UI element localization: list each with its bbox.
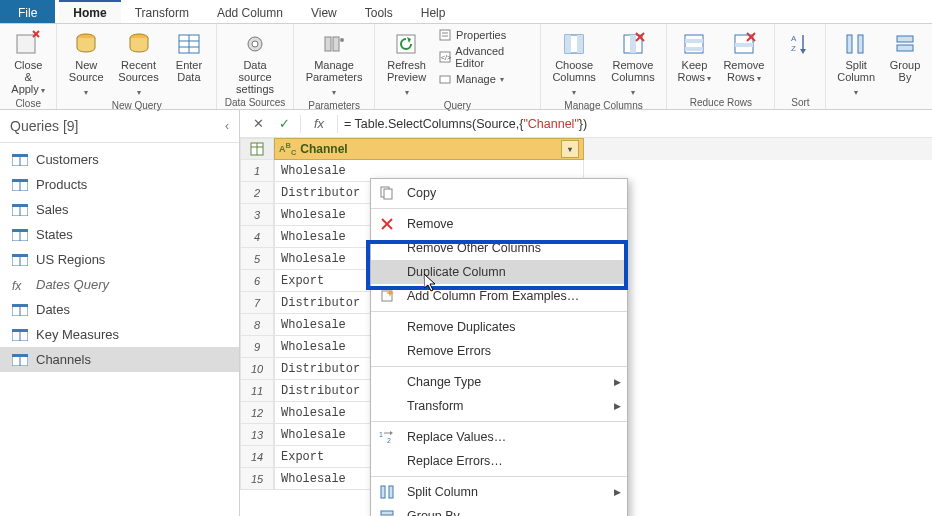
- remove-columns-button[interactable]: Remove Columns: [606, 27, 661, 99]
- context-item-add-from-examples[interactable]: Add Column From Examples…: [371, 284, 627, 308]
- svg-text:A: A: [791, 34, 797, 43]
- context-item-remove[interactable]: Remove: [371, 212, 627, 236]
- advanced-editor-icon: </>: [438, 50, 451, 64]
- remove-rows-button[interactable]: Remove Rows: [719, 27, 768, 85]
- context-item-transform[interactable]: Transform▶: [371, 394, 627, 418]
- split-column-button[interactable]: Split Column: [832, 27, 880, 99]
- data-source-settings-button[interactable]: Data source settings: [223, 27, 287, 95]
- row-number[interactable]: 9: [240, 336, 274, 358]
- collapse-sidebar-button[interactable]: ‹: [225, 119, 229, 133]
- table-icon: [12, 254, 28, 266]
- row-number[interactable]: 13: [240, 424, 274, 446]
- context-item-change-type[interactable]: Change Type▶: [371, 370, 627, 394]
- table-icon: [12, 179, 28, 191]
- ribbon-group-new-query: New SourceRecent SourcesEnter Data New Q…: [57, 24, 217, 109]
- context-item-remove-errors[interactable]: Remove Errors: [371, 339, 627, 363]
- sort-az-button[interactable]: AZ: [781, 27, 819, 59]
- context-item-remove-other[interactable]: Remove Other Columns: [371, 236, 627, 260]
- queries-header: Queries [9] ‹: [0, 110, 239, 143]
- manage-parameters-button[interactable]: Manage Parameters: [300, 27, 368, 99]
- menu-tab-file[interactable]: File: [0, 0, 55, 23]
- advanced-editor-label: Advanced Editor: [455, 45, 531, 69]
- row-number[interactable]: 14: [240, 446, 274, 468]
- enter-data-button[interactable]: Enter Data: [168, 27, 210, 83]
- row-number[interactable]: 10: [240, 358, 274, 380]
- fx-icon[interactable]: fx: [307, 116, 331, 131]
- sidebar-item-dates[interactable]: Dates: [0, 297, 239, 322]
- ribbon-group-label-data-sources: Data Sources: [225, 96, 286, 108]
- sidebar-item-us-regions[interactable]: US Regions: [0, 247, 239, 272]
- menu-tab-view[interactable]: View: [297, 0, 351, 23]
- group-by-button[interactable]: Group By: [884, 27, 926, 83]
- context-item-replace-values[interactable]: 12Replace Values…: [371, 425, 627, 449]
- row-number[interactable]: 3: [240, 204, 274, 226]
- menu-tab-transform[interactable]: Transform: [121, 0, 203, 23]
- sidebar-item-key-measures[interactable]: Key Measures: [0, 322, 239, 347]
- sidebar-item-label: Dates: [36, 302, 70, 317]
- row-number[interactable]: 11: [240, 380, 274, 402]
- ribbon-group-sort: AZ Sort: [775, 24, 826, 109]
- context-item-label: Transform: [407, 399, 604, 413]
- sidebar-item-sales[interactable]: Sales: [0, 197, 239, 222]
- row-number[interactable]: 5: [240, 248, 274, 270]
- formula-input[interactable]: = Table.SelectColumns(Source,{"Channel"}…: [344, 116, 924, 131]
- refresh-icon: [392, 29, 422, 59]
- sidebar-item-channels[interactable]: Channels: [0, 347, 239, 372]
- blank-icon: [377, 319, 397, 335]
- formula-accept-button[interactable]: ✓: [274, 114, 294, 134]
- advanced-editor-button[interactable]: </>Advanced Editor: [436, 44, 534, 70]
- svg-rect-31: [685, 47, 703, 51]
- menu-tab-home[interactable]: Home: [59, 0, 120, 23]
- row-number[interactable]: 1: [240, 160, 274, 182]
- remove-rows-label: Remove Rows: [723, 59, 764, 85]
- svg-rect-26: [630, 35, 636, 53]
- row-number[interactable]: 7: [240, 292, 274, 314]
- row-number[interactable]: 15: [240, 468, 274, 490]
- close-apply-icon: [13, 29, 43, 59]
- properties-button[interactable]: Properties: [436, 27, 534, 43]
- refresh-preview-button[interactable]: Refresh Preview: [381, 27, 432, 99]
- keep-rows-button[interactable]: Keep Rows: [673, 27, 715, 85]
- sidebar-item-label: Products: [36, 177, 87, 192]
- formula-cancel-button[interactable]: ✕: [248, 114, 268, 134]
- grid-corner-button[interactable]: [240, 138, 274, 160]
- sidebar-item-states[interactable]: States: [0, 222, 239, 247]
- context-separator: [371, 476, 627, 477]
- svg-text:1: 1: [379, 431, 383, 438]
- context-item-group-by[interactable]: Group By…: [371, 504, 627, 516]
- row-number[interactable]: 8: [240, 314, 274, 336]
- column-filter-button[interactable]: ▾: [561, 140, 579, 158]
- context-item-label: Remove Other Columns: [407, 241, 621, 255]
- row-number[interactable]: 4: [240, 226, 274, 248]
- context-item-copy[interactable]: Copy: [371, 181, 627, 205]
- svg-text:</>: </>: [441, 54, 451, 61]
- close-apply-button[interactable]: Close & Apply: [6, 27, 50, 97]
- context-item-split-column[interactable]: Split Column▶: [371, 480, 627, 504]
- recent-sources-button[interactable]: Recent Sources: [113, 27, 164, 99]
- refresh-preview-label: Refresh Preview: [385, 59, 428, 99]
- blank-icon: [377, 453, 397, 469]
- row-number[interactable]: 12: [240, 402, 274, 424]
- remove-columns-icon: [618, 29, 648, 59]
- sidebar-item-dates-query[interactable]: fxDates Query: [0, 272, 239, 297]
- context-item-label: Add Column From Examples…: [407, 289, 621, 303]
- manage-button[interactable]: Manage: [436, 71, 534, 87]
- column-header-channel[interactable]: ABC Channel ▾: [274, 138, 584, 160]
- context-item-label: Change Type: [407, 375, 604, 389]
- row-number[interactable]: 2: [240, 182, 274, 204]
- svg-rect-24: [577, 35, 583, 53]
- choose-columns-button[interactable]: Choose Columns: [547, 27, 602, 99]
- table-icon: [12, 204, 28, 216]
- context-item-duplicate[interactable]: Duplicate Column: [371, 260, 627, 284]
- row-number[interactable]: 6: [240, 270, 274, 292]
- new-source-button[interactable]: New Source: [63, 27, 109, 99]
- sidebar-item-customers[interactable]: Customers: [0, 147, 239, 172]
- menu-tab-tools[interactable]: Tools: [351, 0, 407, 23]
- fx-icon: fx: [12, 279, 28, 291]
- context-item-remove-dups[interactable]: Remove Duplicates: [371, 315, 627, 339]
- sidebar-item-products[interactable]: Products: [0, 172, 239, 197]
- menu-tab-add-column[interactable]: Add Column: [203, 0, 297, 23]
- context-item-replace-errors[interactable]: Replace Errors…: [371, 449, 627, 473]
- menu-tab-help[interactable]: Help: [407, 0, 460, 23]
- split-icon: [377, 484, 397, 500]
